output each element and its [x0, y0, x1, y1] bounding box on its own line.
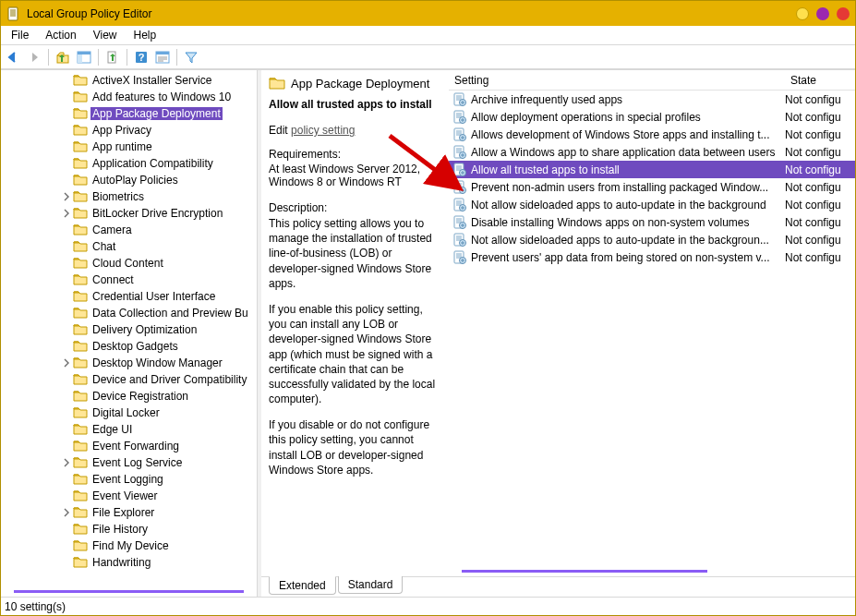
- tree-item[interactable]: Handwriting: [38, 554, 257, 571]
- folder-icon: [73, 340, 88, 353]
- tree-item[interactable]: Event Forwarding: [38, 438, 257, 454]
- tree-item[interactable]: App Package Deployment: [38, 105, 257, 122]
- tree-item[interactable]: Delivery Optimization: [38, 321, 257, 338]
- minimize-button[interactable]: [796, 7, 809, 20]
- expand-placeholder: [60, 539, 73, 552]
- tree-item-label: Digital Locker: [90, 406, 162, 419]
- row-state: Not configu: [785, 111, 855, 124]
- expand-placeholder: [60, 140, 73, 153]
- tree-item[interactable]: File Explorer: [38, 504, 257, 521]
- tree-item[interactable]: Application Compatibility: [38, 155, 257, 172]
- tree-item[interactable]: Digital Locker: [38, 405, 257, 421]
- tree-item[interactable]: Data Collection and Preview Bu: [38, 305, 257, 321]
- tree-item[interactable]: Event Logging: [38, 471, 257, 488]
- back-button[interactable]: [3, 47, 23, 67]
- close-button[interactable]: [837, 7, 850, 20]
- tree-item-label: File History: [90, 523, 150, 536]
- forward-button[interactable]: [24, 47, 44, 67]
- tree-item[interactable]: AutoPlay Policies: [38, 172, 257, 188]
- tree-item[interactable]: Connect: [38, 272, 257, 288]
- horizontal-scrollbar-indicator[interactable]: [14, 590, 244, 593]
- tree-item-label: BitLocker Drive Encryption: [90, 207, 224, 220]
- tree-item[interactable]: Edge UI: [38, 421, 257, 438]
- list-row[interactable]: Prevent non-admin users from installing …: [449, 178, 855, 196]
- tree-item-label: Find My Device: [90, 539, 171, 552]
- horizontal-scrollbar-indicator[interactable]: [462, 570, 707, 573]
- tree-item[interactable]: Biometrics: [38, 188, 257, 205]
- tree-item[interactable]: Device and Driver Compatibility: [38, 371, 257, 388]
- row-state: Not configu: [785, 128, 855, 141]
- folder-icon: [73, 356, 88, 369]
- tree-item-label: Application Compatibility: [90, 157, 215, 170]
- status-bar: 10 setting(s): [1, 597, 855, 615]
- tree-item[interactable]: Add features to Windows 10: [38, 89, 257, 105]
- tree-item-label: File Explorer: [90, 506, 156, 519]
- column-header-state[interactable]: State: [785, 74, 855, 87]
- list-row[interactable]: Allows development of Windows Store apps…: [449, 126, 855, 143]
- list-row[interactable]: Archive infrequently used appsNot config…: [449, 91, 855, 108]
- menu-file[interactable]: File: [3, 27, 37, 43]
- menu-view[interactable]: View: [85, 27, 126, 43]
- tree-item-label: Handwriting: [90, 556, 152, 569]
- tree-item[interactable]: Camera: [38, 222, 257, 238]
- tree-item[interactable]: Chat: [38, 238, 257, 255]
- row-setting: Allow all trusted apps to install: [471, 163, 785, 176]
- filter-button[interactable]: [181, 47, 201, 67]
- expand-placeholder: [60, 223, 73, 236]
- expand-icon[interactable]: [60, 207, 73, 220]
- tree-view[interactable]: ActiveX Installer Service Add features t…: [1, 70, 257, 590]
- tree-item-label: Event Forwarding: [90, 440, 181, 453]
- expand-placeholder: [60, 523, 73, 536]
- row-setting: Allows development of Windows Store apps…: [471, 128, 785, 141]
- tree-item-label: Camera: [90, 223, 134, 236]
- tree-item[interactable]: ActiveX Installer Service: [38, 72, 257, 89]
- list-row[interactable]: Allow a Windows app to share application…: [449, 143, 855, 161]
- tree-item[interactable]: Desktop Window Manager: [38, 355, 257, 371]
- tree-item[interactable]: Cloud Content: [38, 255, 257, 272]
- help-button[interactable]: ?: [131, 47, 151, 67]
- maximize-button[interactable]: [816, 7, 829, 20]
- tree-item[interactable]: Event Log Service: [38, 454, 257, 471]
- tree-item[interactable]: Find My Device: [38, 537, 257, 554]
- edit-policy-link[interactable]: policy setting: [291, 124, 355, 137]
- tab-standard[interactable]: Standard: [338, 576, 404, 594]
- list-row[interactable]: Not allow sideloaded apps to auto-update…: [449, 196, 855, 213]
- tree-item[interactable]: Credential User Interface: [38, 288, 257, 305]
- expand-icon[interactable]: [60, 190, 73, 203]
- tree-item[interactable]: BitLocker Drive Encryption: [38, 205, 257, 222]
- up-button[interactable]: [53, 47, 73, 67]
- folder-icon: [73, 556, 88, 569]
- tab-extended[interactable]: Extended: [269, 576, 336, 595]
- list-row[interactable]: Allow deployment operations in special p…: [449, 108, 855, 126]
- tree-item-label: Edge UI: [90, 423, 134, 436]
- list-row[interactable]: Allow all trusted apps to installNot con…: [449, 161, 855, 178]
- settings-list[interactable]: Archive infrequently used appsNot config…: [449, 91, 855, 570]
- export-button[interactable]: [102, 47, 123, 67]
- detail-column: App Package Deployment Allow all trusted…: [261, 70, 449, 576]
- expand-icon[interactable]: [60, 456, 73, 469]
- expand-icon[interactable]: [60, 356, 73, 369]
- policy-icon: [452, 127, 467, 142]
- list-row[interactable]: Disable installing Windows apps on non-s…: [449, 213, 855, 231]
- tree-item[interactable]: App Privacy: [38, 122, 257, 139]
- folder-icon: [73, 440, 88, 453]
- tree-item[interactable]: Desktop Gadgets: [38, 338, 257, 355]
- settings-list-column: Setting State Archive infrequently used …: [449, 70, 855, 576]
- tree-item[interactable]: File History: [38, 521, 257, 537]
- list-row[interactable]: Not allow sideloaded apps to auto-update…: [449, 231, 855, 248]
- folder-icon: [73, 406, 88, 419]
- tree-item[interactable]: App runtime: [38, 139, 257, 155]
- expand-placeholder: [60, 74, 73, 87]
- folder-icon: [73, 456, 88, 469]
- properties-button[interactable]: [152, 47, 173, 67]
- tree-item[interactable]: Device Registration: [38, 388, 257, 405]
- tree-item-label: Device and Driver Compatibility: [90, 373, 248, 386]
- tree-item[interactable]: Event Viewer: [38, 488, 257, 504]
- expand-icon[interactable]: [60, 506, 73, 519]
- menu-bar: FileActionViewHelp: [1, 26, 855, 45]
- show-hide-tree-button[interactable]: [74, 47, 94, 67]
- column-header-setting[interactable]: Setting: [449, 74, 785, 87]
- menu-help[interactable]: Help: [126, 27, 165, 43]
- list-row[interactable]: Prevent users' app data from being store…: [449, 248, 855, 266]
- menu-action[interactable]: Action: [37, 27, 84, 43]
